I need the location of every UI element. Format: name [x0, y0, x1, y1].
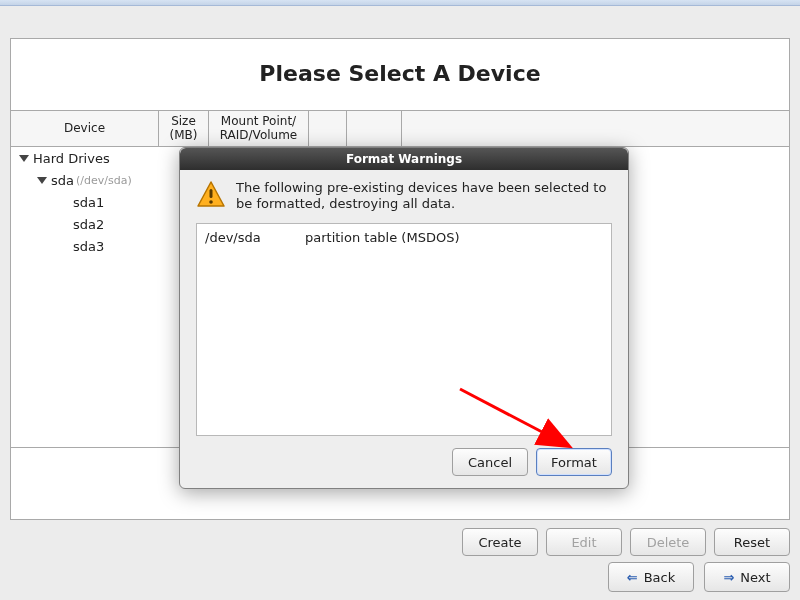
dialog-body: The following pre-existing devices have … [180, 170, 628, 488]
cancel-button[interactable]: Cancel [452, 448, 528, 476]
warning-message: The following pre-existing devices have … [236, 180, 612, 213]
format-warnings-dialog: Format Warnings The following pre-existi… [179, 147, 629, 489]
dialog-button-row: Cancel Format [196, 436, 612, 476]
dialog-title: Format Warnings [346, 152, 462, 166]
dialog-overlay: Format Warnings The following pre-existi… [0, 0, 800, 600]
warning-row: The following pre-existing devices have … [196, 180, 612, 213]
format-button[interactable]: Format [536, 448, 612, 476]
warning-icon [196, 180, 226, 213]
svg-point-4 [209, 200, 213, 204]
dialog-titlebar[interactable]: Format Warnings [180, 148, 628, 170]
list-device: /dev/sda [205, 230, 305, 245]
device-listbox[interactable]: /dev/sda partition table (MSDOS) [196, 223, 612, 436]
svg-rect-3 [210, 189, 213, 198]
list-desc: partition table (MSDOS) [305, 230, 459, 245]
list-item[interactable]: /dev/sda partition table (MSDOS) [205, 230, 603, 245]
